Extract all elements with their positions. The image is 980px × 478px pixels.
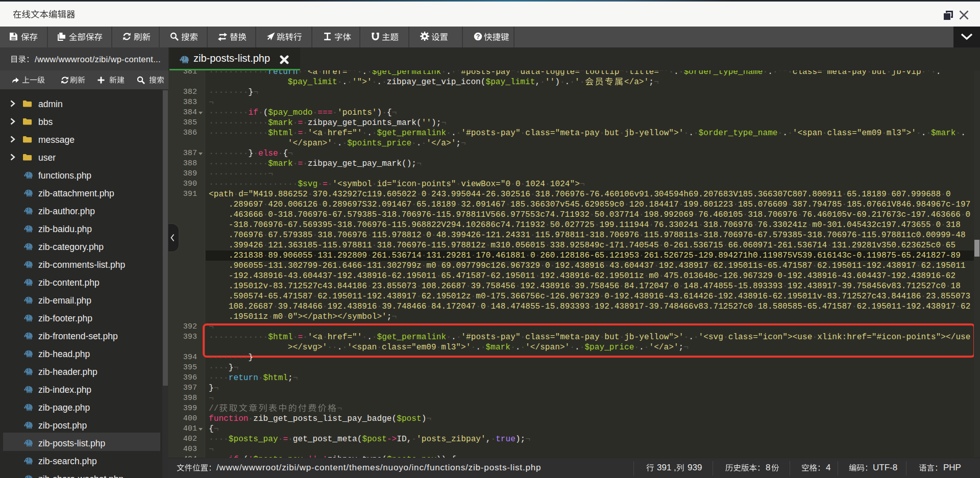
svg-text:?: ?: [476, 33, 480, 40]
